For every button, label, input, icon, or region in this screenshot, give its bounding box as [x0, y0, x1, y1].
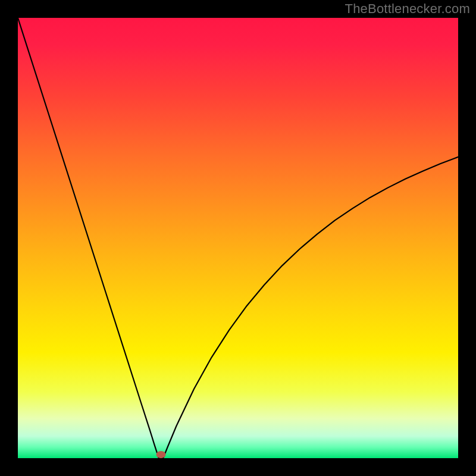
- watermark-text: TheBottlenecker.com: [345, 1, 470, 17]
- optimum-marker: [156, 451, 166, 458]
- bottleneck-chart: [18, 18, 458, 458]
- chart-frame: TheBottlenecker.com: [0, 0, 476, 476]
- plot-area: [18, 18, 458, 458]
- gradient-background: [18, 18, 458, 458]
